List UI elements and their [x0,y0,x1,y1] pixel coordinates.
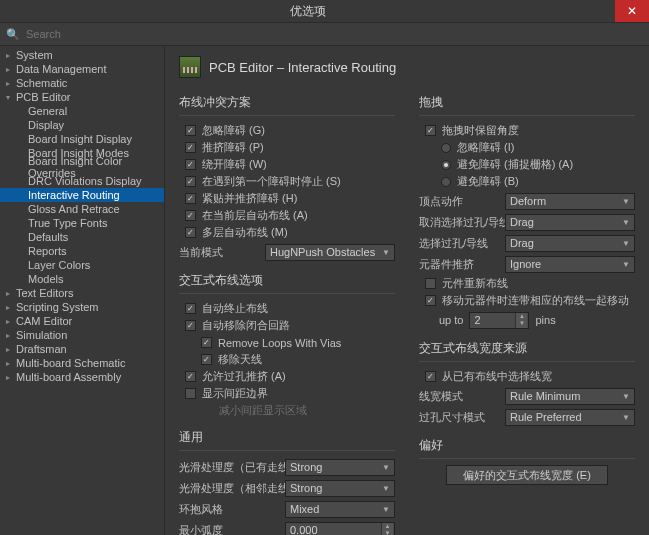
chevron-right-icon: ▸ [6,359,16,368]
sidebar-item-label: Board Insight Display [28,133,132,145]
sidebar-item-label: Multi-board Assembly [16,371,121,383]
sidebar-item-label: Data Management [16,63,107,75]
sidebar-item-label: Models [28,273,63,285]
select-unselvia[interactable]: Drag▼ [505,214,635,231]
sidebar-item-group[interactable]: ▸Text Editors [0,286,164,300]
spin-upto[interactable]: 2▲▼ [469,312,529,329]
select-vertex[interactable]: Deform▼ [505,193,635,210]
sidebar-item-label: Simulation [16,329,67,341]
select-current-mode[interactable]: HugNPush Obstacles▼ [265,244,395,261]
chk-reroute[interactable] [425,278,436,289]
sidebar-item-label: Text Editors [16,287,73,299]
sidebar-item-child[interactable]: Board Insight Color Overrides [0,160,164,174]
sidebar-item-group[interactable]: ▸Simulation [0,328,164,342]
sidebar-item-label: DRC Violations Display [28,175,142,187]
radio-avoid[interactable] [441,177,451,187]
chk-showgap[interactable] [185,388,196,399]
page-icon [179,56,201,78]
sidebar: ▸System▸Data Management▸Schematic▾PCB Ed… [0,46,165,535]
sidebar-item-label: Scripting System [16,301,99,313]
sidebar-item-label: General [28,105,67,117]
chk-rmloopvias[interactable] [201,337,212,348]
search-input[interactable] [26,28,643,40]
sidebar-item-child[interactable]: Display [0,118,164,132]
sidebar-item-group[interactable]: ▸Multi-board Schematic [0,356,164,370]
chk-rmant[interactable] [201,354,212,365]
sidebar-item-label: Layer Colors [28,259,90,271]
chk-ignore[interactable] [185,125,196,136]
chevron-right-icon: ▸ [6,331,16,340]
select-viasize[interactable]: Rule Preferred▼ [505,409,635,426]
chevron-down-icon: ▼ [622,197,630,206]
sidebar-item-child[interactable]: DRC Violations Display [0,174,164,188]
sidebar-item-group[interactable]: ▾PCB Editor [0,90,164,104]
sidebar-item-child[interactable]: Reports [0,244,164,258]
section-general: 通用 [179,427,395,451]
chk-movewith[interactable] [425,295,436,306]
close-button[interactable]: ✕ [615,0,649,22]
radio-avoid-snap[interactable] [441,160,451,170]
sidebar-item-label: True Type Fonts [28,217,107,229]
chevron-down-icon: ▼ [382,248,390,257]
chk-autocur[interactable] [185,210,196,221]
sidebar-item-child[interactable]: Layer Colors [0,258,164,272]
title-bar: 优选项 ✕ [0,0,649,22]
sidebar-item-label: Interactive Routing [28,189,120,201]
chevron-right-icon: ▸ [6,303,16,312]
chk-keepangle[interactable] [425,125,436,136]
section-prefer: 偏好 [419,435,635,459]
chevron-right-icon: ▸ [6,65,16,74]
sidebar-item-child[interactable]: General [0,104,164,118]
sidebar-item-label: Defaults [28,231,68,243]
chk-walk[interactable] [185,159,196,170]
page-title: PCB Editor – Interactive Routing [209,60,396,75]
chk-autormloop[interactable] [185,320,196,331]
sidebar-item-group[interactable]: ▸Schematic [0,76,164,90]
select-seltrack[interactable]: Drag▼ [505,235,635,252]
sidebar-item-group[interactable]: ▸Data Management [0,62,164,76]
sidebar-item-group[interactable]: ▸CAM Editor [0,314,164,328]
sidebar-item-child[interactable]: Board Insight Display [0,132,164,146]
sidebar-item-child[interactable]: Interactive Routing [0,188,164,202]
sidebar-item-label: Gloss And Retrace [28,203,120,215]
section-drag: 拖拽 [419,92,635,116]
select-gloss-exist[interactable]: Strong▼ [285,459,395,476]
sidebar-item-group[interactable]: ▸Draftsman [0,342,164,356]
sidebar-item-child[interactable]: True Type Fonts [0,216,164,230]
radio-ignore[interactable] [441,143,451,153]
sidebar-item-child[interactable]: Gloss And Retrace [0,202,164,216]
chk-multiauto[interactable] [185,227,196,238]
chevron-down-icon: ▼ [622,239,630,248]
sidebar-item-label: Display [28,119,64,131]
chevron-right-icon: ▸ [6,317,16,326]
sidebar-item-group[interactable]: ▸Scripting System [0,300,164,314]
chk-stopfirst[interactable] [185,176,196,187]
sidebar-item-child[interactable]: Defaults [0,230,164,244]
chevron-down-icon: ▼ [622,392,630,401]
chevron-right-icon: ▸ [6,345,16,354]
spin-minarc[interactable]: 0.000▲▼ [285,522,395,536]
search-bar[interactable]: 🔍 [0,22,649,46]
select-widthmode[interactable]: Rule Minimum▼ [505,388,635,405]
select-gloss-adj[interactable]: Strong▼ [285,480,395,497]
chk-hug[interactable] [185,193,196,204]
chk-allowviapush[interactable] [185,371,196,382]
btn-fav-width[interactable]: 偏好的交互式布线宽度 (E) [446,465,608,485]
chevron-down-icon: ▼ [382,505,390,514]
section-interactive: 交互式布线选项 [179,270,395,294]
chk-autoend[interactable] [185,303,196,314]
select-hugstyle[interactable]: Mixed▼ [285,501,395,518]
sidebar-item-label: System [16,49,53,61]
chevron-right-icon: ▸ [6,51,16,60]
chk-push[interactable] [185,142,196,153]
sidebar-item-group[interactable]: ▸System [0,48,164,62]
chk-fromexisting[interactable] [425,371,436,382]
sidebar-item-label: Draftsman [16,343,67,355]
chevron-down-icon: ▾ [6,93,16,102]
chevron-right-icon: ▸ [6,373,16,382]
sidebar-item-group[interactable]: ▸Multi-board Assembly [0,370,164,384]
sidebar-item-child[interactable]: Models [0,272,164,286]
chevron-down-icon: ▼ [382,484,390,493]
sidebar-item-label: PCB Editor [16,91,70,103]
select-comppush[interactable]: Ignore▼ [505,256,635,273]
